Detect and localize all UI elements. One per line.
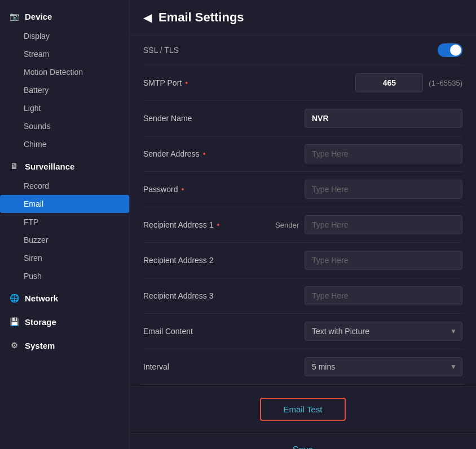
- recipient-2-input[interactable]: [305, 251, 462, 270]
- recipient-3-label: Recipient Address 3: [143, 291, 214, 300]
- camera-icon: [9, 11, 19, 21]
- recipient-1-input[interactable]: [305, 215, 462, 234]
- ssl-tls-label: SSL / TLS: [143, 46, 179, 55]
- sidebar-item-motion-detection[interactable]: Motion Detection: [0, 63, 129, 81]
- main-content: ◀ Email Settings SSL / TLS SMTP Port • (…: [130, 0, 476, 449]
- sidebar-item-battery[interactable]: Battery: [0, 81, 129, 99]
- sidebar-item-buzzer[interactable]: Buzzer: [0, 231, 129, 249]
- port-range-label: (1~65535): [429, 79, 462, 87]
- sidebar-category-device[interactable]: Device: [0, 6, 129, 27]
- sender-address-label: Sender Address •: [143, 149, 206, 158]
- sidebar-category-surveillance-label: Surveillance: [25, 162, 74, 171]
- sender-address-row: Sender Address •: [143, 136, 462, 172]
- sidebar-item-ftp[interactable]: FTP: [0, 213, 129, 231]
- sidebar: Device Display Stream Motion Detection B…: [0, 0, 130, 449]
- smtp-port-row: SMTP Port • (1~65535): [143, 65, 462, 101]
- sidebar-section-surveillance: Surveillance Record Email FTP Buzzer Sir…: [0, 155, 129, 285]
- sidebar-item-sounds[interactable]: Sounds: [0, 117, 129, 135]
- smtp-port-input-group: (1~65535): [355, 73, 462, 92]
- recipient-1-required: •: [217, 220, 220, 229]
- recipient-2-row: Recipient Address 2: [143, 243, 462, 278]
- sidebar-category-storage[interactable]: Storage: [0, 311, 129, 332]
- monitor-icon: [9, 161, 19, 171]
- recipient-1-right: Sender: [275, 215, 462, 234]
- page-header: ◀ Email Settings: [130, 0, 476, 35]
- sidebar-item-stream[interactable]: Stream: [0, 45, 129, 63]
- sender-name-label: Sender Name: [143, 114, 192, 123]
- interval-row: Interval 1 min 5 mins 10 mins 30 mins ▼: [143, 349, 462, 385]
- save-button[interactable]: Save: [293, 445, 313, 449]
- password-input[interactable]: [305, 180, 462, 199]
- sidebar-category-surveillance[interactable]: Surveillance: [0, 155, 129, 177]
- email-test-area: Email Test: [130, 386, 476, 432]
- sidebar-section-network: Network: [0, 287, 129, 309]
- sidebar-item-chime[interactable]: Chime: [0, 135, 129, 153]
- sidebar-item-display[interactable]: Display: [0, 27, 129, 45]
- sender-tag-label: Sender: [275, 221, 299, 229]
- interval-label: Interval: [143, 362, 169, 371]
- recipient-1-label: Recipient Address 1 •: [143, 220, 219, 229]
- system-icon: [9, 340, 19, 350]
- sender-address-input[interactable]: [305, 144, 462, 163]
- email-content-label: Email Content: [143, 327, 193, 336]
- page-title: Email Settings: [158, 10, 244, 25]
- sidebar-section-device: Device Display Stream Motion Detection B…: [0, 6, 129, 153]
- ssl-tls-row: SSL / TLS: [143, 35, 462, 65]
- recipient-1-row: Recipient Address 1 • Sender: [143, 207, 462, 243]
- email-content-select[interactable]: Text with Picture Text Only Picture Only: [305, 322, 462, 341]
- smtp-port-input[interactable]: [355, 73, 423, 92]
- recipient-3-row: Recipient Address 3: [143, 278, 462, 314]
- sidebar-item-light[interactable]: Light: [0, 99, 129, 117]
- save-area: Save: [130, 433, 476, 449]
- sidebar-item-email[interactable]: Email: [0, 195, 129, 213]
- email-content-select-wrapper: Text with Picture Text Only Picture Only…: [305, 322, 462, 341]
- smtp-port-required: •: [185, 78, 188, 87]
- sidebar-category-system[interactable]: System: [0, 335, 129, 356]
- interval-select-wrapper: 1 min 5 mins 10 mins 30 mins ▼: [305, 357, 462, 376]
- email-content-row: Email Content Text with Picture Text Onl…: [143, 314, 462, 349]
- globe-icon: [9, 293, 19, 303]
- sender-address-required: •: [203, 149, 206, 158]
- interval-select[interactable]: 1 min 5 mins 10 mins 30 mins: [305, 357, 462, 376]
- form-inner: SSL / TLS SMTP Port • (1~65535) Sender N…: [130, 35, 476, 385]
- smtp-port-label: SMTP Port •: [143, 78, 188, 87]
- sidebar-category-device-label: Device: [25, 12, 52, 21]
- password-row: Password •: [143, 172, 462, 207]
- sender-name-input[interactable]: [305, 109, 462, 128]
- sidebar-category-network-label: Network: [25, 294, 58, 303]
- sidebar-category-network[interactable]: Network: [0, 287, 129, 309]
- sidebar-item-record[interactable]: Record: [0, 177, 129, 195]
- sidebar-category-storage-label: Storage: [25, 317, 56, 327]
- sidebar-item-siren[interactable]: Siren: [0, 249, 129, 267]
- recipient-3-input[interactable]: [305, 286, 462, 305]
- sidebar-category-system-label: System: [25, 341, 55, 350]
- password-label: Password •: [143, 185, 184, 194]
- sender-name-row: Sender Name: [143, 101, 462, 136]
- sidebar-section-storage: Storage: [0, 311, 129, 332]
- email-test-button[interactable]: Email Test: [260, 398, 346, 421]
- recipient-2-label: Recipient Address 2: [143, 256, 214, 265]
- form-container: SSL / TLS SMTP Port • (1~65535) Sender N…: [130, 35, 476, 449]
- storage-icon: [9, 317, 19, 327]
- sidebar-section-system: System: [0, 335, 129, 356]
- ssl-tls-toggle[interactable]: [438, 43, 462, 57]
- password-required: •: [181, 185, 184, 194]
- sidebar-item-push[interactable]: Push: [0, 267, 129, 285]
- back-button[interactable]: ◀: [143, 11, 152, 24]
